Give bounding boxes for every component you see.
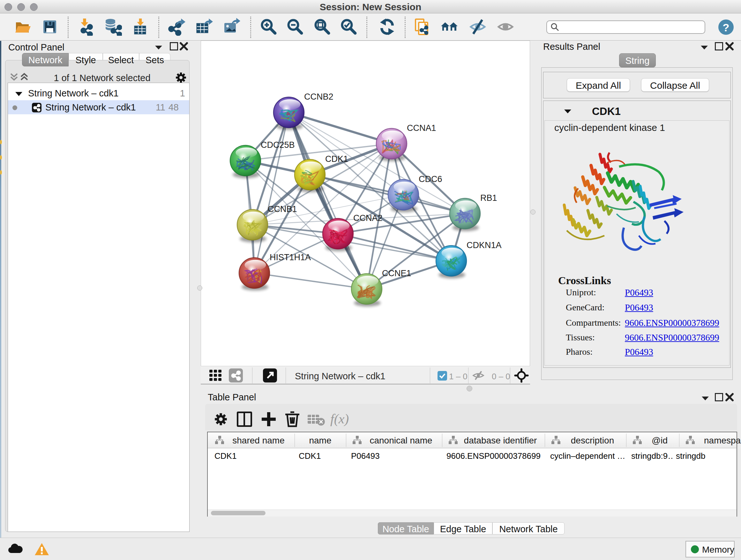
svg-text:RB1: RB1 [480,193,497,203]
svg-text:CDKN1A: CDKN1A [467,240,502,250]
svg-text:CCNA1: CCNA1 [407,123,436,133]
svg-text:CCNB1: CCNB1 [268,204,297,214]
svg-text:CDK1: CDK1 [325,154,348,164]
svg-text:HIST1H1A: HIST1H1A [270,253,311,262]
svg-text:CCNE1: CCNE1 [382,268,411,278]
svg-text:CDC25B: CDC25B [261,140,295,150]
svg-text:CCNB2: CCNB2 [304,92,333,102]
svg-text:CCNA2: CCNA2 [353,213,383,223]
svg-text:CDC6: CDC6 [419,174,442,184]
